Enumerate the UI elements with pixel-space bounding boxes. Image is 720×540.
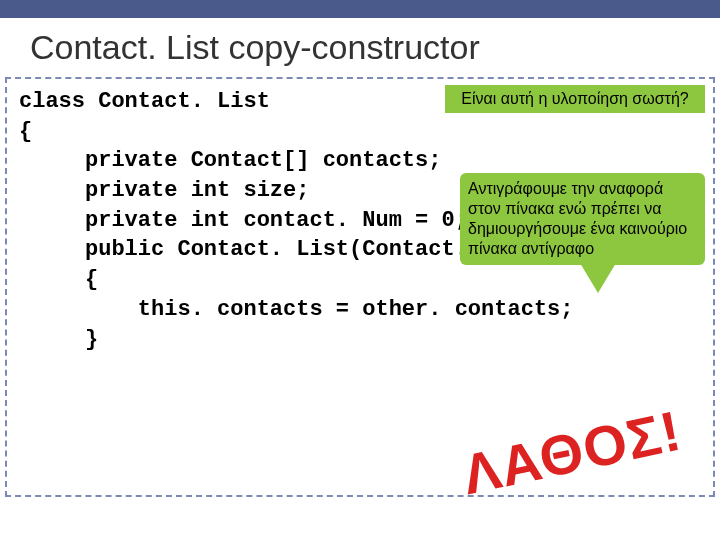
callout-explanation: Αντιγράφουμε την αναφορά στον πίνακα ενώ… [460, 173, 705, 265]
code-line: private Contact[] contacts; [19, 146, 701, 176]
code-line: { [19, 117, 701, 147]
page-title: Contact. List copy-constructor [0, 18, 720, 77]
top-bar [0, 0, 720, 18]
error-stamp: ΛΑΘΟΣ! [457, 398, 687, 508]
callout-question: Είναι αυτή η υλοποίηση σωστή? [445, 85, 705, 113]
code-container: Είναι αυτή η υλοποίηση σωστή? class Cont… [5, 77, 715, 497]
code-line: } [19, 325, 701, 355]
code-line: this. contacts = other. contacts; [19, 295, 701, 325]
